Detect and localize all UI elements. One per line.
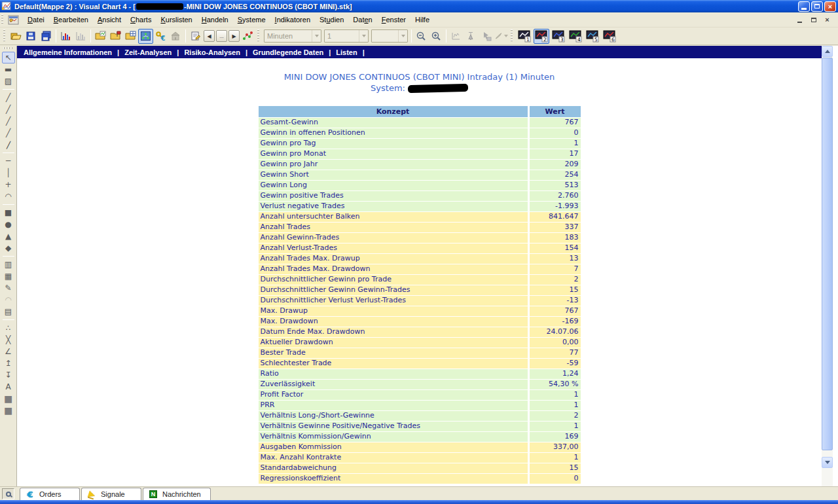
- extra-combo[interactable]: [371, 29, 408, 43]
- open-chart-folder-button[interactable]: [93, 29, 108, 44]
- mdi-restore-button[interactable]: [809, 16, 818, 24]
- menu-systeme[interactable]: Systeme: [233, 14, 270, 26]
- vertical-line-tool[interactable]: │: [2, 167, 15, 179]
- chart-window-3-button[interactable]: 3: [551, 29, 566, 44]
- menu-hilfe[interactable]: Hilfe: [410, 14, 434, 26]
- new-chart-button[interactable]: [58, 29, 73, 44]
- triangle-tool[interactable]: ▲: [2, 230, 15, 242]
- nav-next-button[interactable]: ▶: [228, 30, 240, 42]
- chart-disabled-button[interactable]: [73, 29, 88, 44]
- restore-button[interactable]: [811, 1, 823, 12]
- chevron-down-icon[interactable]: [398, 30, 407, 42]
- chart-window-1-button[interactable]: 1: [517, 29, 532, 44]
- chart-window-6-button[interactable]: 6: [602, 29, 617, 44]
- menu-fenster[interactable]: Fenster: [377, 14, 410, 26]
- menu-kurslisten[interactable]: Kurslisten: [156, 14, 196, 26]
- toolbar-grip[interactable]: [511, 29, 514, 43]
- pointer-fill-button[interactable]: [479, 29, 494, 44]
- text-tool[interactable]: A: [2, 381, 15, 393]
- zoom-in-button[interactable]: [429, 29, 444, 44]
- diamond-tool[interactable]: ◆: [2, 242, 15, 254]
- chevron-down-icon[interactable]: [504, 35, 508, 37]
- arrow-up-tool[interactable]: ↥: [2, 357, 15, 369]
- multi-pane-tool[interactable]: ▦: [2, 270, 15, 282]
- menu-charts[interactable]: Charts: [126, 14, 156, 26]
- compress-button[interactable]: [448, 29, 464, 44]
- nav-link-allgemeine-informationen[interactable]: Allgemeine Informationen: [20, 48, 115, 56]
- trendline-ray-tool[interactable]: ╱: [2, 115, 15, 127]
- trendline-extended-tool[interactable]: ╱: [2, 127, 15, 139]
- menu-handeln[interactable]: Handeln: [197, 14, 233, 26]
- mdi-close-button[interactable]: ×: [823, 16, 831, 24]
- two-pane-tool[interactable]: ▥: [2, 259, 15, 270]
- chevron-down-icon[interactable]: [359, 30, 368, 42]
- interval-combo[interactable]: 1: [324, 29, 369, 43]
- period-combo[interactable]: Minuten: [264, 29, 321, 43]
- tab-nachrichten[interactable]: NNachrichten: [143, 488, 211, 500]
- menu-bearbeiten[interactable]: Bearbeiten: [49, 14, 93, 26]
- open-flag-folder-button[interactable]: [108, 29, 123, 44]
- nav-prev-button[interactable]: ◀: [204, 30, 215, 42]
- menu-daten[interactable]: Daten: [348, 14, 376, 26]
- mdi-document-icon[interactable]: [8, 15, 19, 25]
- nav-link-grundlegende-daten[interactable]: Grundlegende Daten: [249, 48, 327, 56]
- pin-line-tool[interactable]: ▬: [2, 63, 15, 75]
- marker-square-tool[interactable]: ■: [2, 393, 15, 405]
- menu-datei[interactable]: Datei: [23, 14, 49, 26]
- cross-tool[interactable]: +: [2, 179, 15, 190]
- open-file-button[interactable]: [9, 29, 24, 44]
- zoom-out-button[interactable]: [414, 29, 429, 44]
- save-button[interactable]: [24, 29, 39, 44]
- chevron-down-icon[interactable]: [312, 30, 321, 42]
- key-euro-button[interactable]: €: [153, 29, 168, 44]
- toolbar-grip[interactable]: [257, 29, 261, 43]
- crossed-lines-tool[interactable]: ╳: [2, 334, 15, 346]
- scrollbar-up-button[interactable]: [822, 46, 833, 57]
- minimize-button[interactable]: [798, 1, 810, 12]
- nav-link-risiko-analysen[interactable]: Risiko-Analysen: [181, 48, 244, 56]
- curve-tool[interactable]: ◠: [2, 190, 15, 202]
- scrollbar-thumb[interactable]: [822, 58, 833, 450]
- fill-pattern-tool[interactable]: ▨: [2, 75, 15, 87]
- pen-button[interactable]: [494, 29, 509, 44]
- toolbar-grip[interactable]: [1, 14, 5, 25]
- nav-more-button[interactable]: ...: [216, 30, 227, 42]
- chart-window-4-button[interactable]: 4: [568, 29, 583, 44]
- rectangle-tool[interactable]: ■: [2, 207, 15, 219]
- parallel-lines-tool[interactable]: ╱╱: [2, 139, 15, 151]
- mdi-minimize-button[interactable]: [795, 16, 804, 24]
- nav-link-listen[interactable]: Listen: [333, 48, 360, 56]
- open-table-folder-button[interactable]: [123, 29, 138, 44]
- trendline-tool[interactable]: ╱: [2, 92, 15, 103]
- toolbar-grip[interactable]: [3, 47, 14, 50]
- chart-window-2-button[interactable]: 2: [534, 29, 549, 44]
- text-box-tool[interactable]: ▤: [2, 306, 15, 317]
- tab-orders[interactable]: €Orders: [20, 488, 80, 500]
- horizontal-line-tool[interactable]: ─: [2, 155, 15, 167]
- menu-studien[interactable]: Studien: [315, 14, 348, 26]
- menu-ansicht[interactable]: Ansicht: [93, 14, 126, 26]
- marker-block-tool[interactable]: ■: [2, 405, 15, 416]
- magnifier-button[interactable]: [2, 488, 14, 499]
- nav-link-zeit-analysen[interactable]: Zeit-Analysen: [121, 48, 175, 56]
- systems-button[interactable]: [138, 29, 153, 44]
- close-button[interactable]: ×: [824, 1, 836, 12]
- depot-button[interactable]: [168, 29, 183, 44]
- properties-button[interactable]: [188, 29, 203, 44]
- menu-indikatoren[interactable]: Indikatoren: [270, 14, 315, 26]
- pointer-line-button[interactable]: [464, 29, 479, 44]
- trendline-segment-tool[interactable]: ╱: [2, 103, 15, 115]
- chart-window-5-button[interactable]: 5: [585, 29, 600, 44]
- save-all-button[interactable]: [39, 29, 54, 44]
- signals-route-button[interactable]: [240, 29, 255, 44]
- ellipse-tool[interactable]: ●: [2, 219, 15, 230]
- tab-signale[interactable]: Signale: [81, 488, 141, 500]
- highlight-tool[interactable]: ✎: [2, 282, 15, 294]
- scrollbar-down-button[interactable]: [822, 457, 833, 468]
- fan-tool[interactable]: ◠: [2, 294, 15, 306]
- scatter-tool[interactable]: ∴: [2, 322, 15, 334]
- select-cursor-tool[interactable]: ↖: [2, 52, 15, 63]
- arrow-down-tool[interactable]: ↧: [2, 369, 15, 381]
- toolbar-grip[interactable]: [3, 29, 7, 43]
- angle-tool[interactable]: ∠: [2, 346, 15, 357]
